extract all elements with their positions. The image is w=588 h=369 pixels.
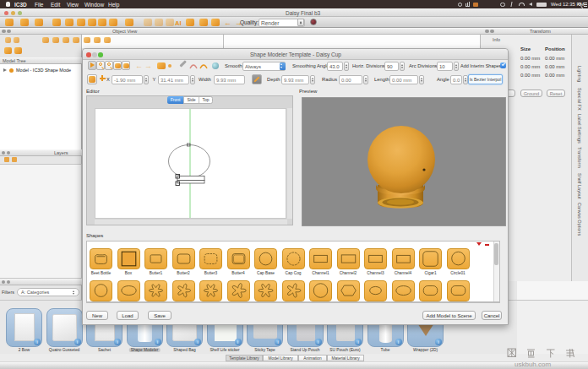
svg-text:uskbuh.com: uskbuh.com <box>514 361 551 368</box>
